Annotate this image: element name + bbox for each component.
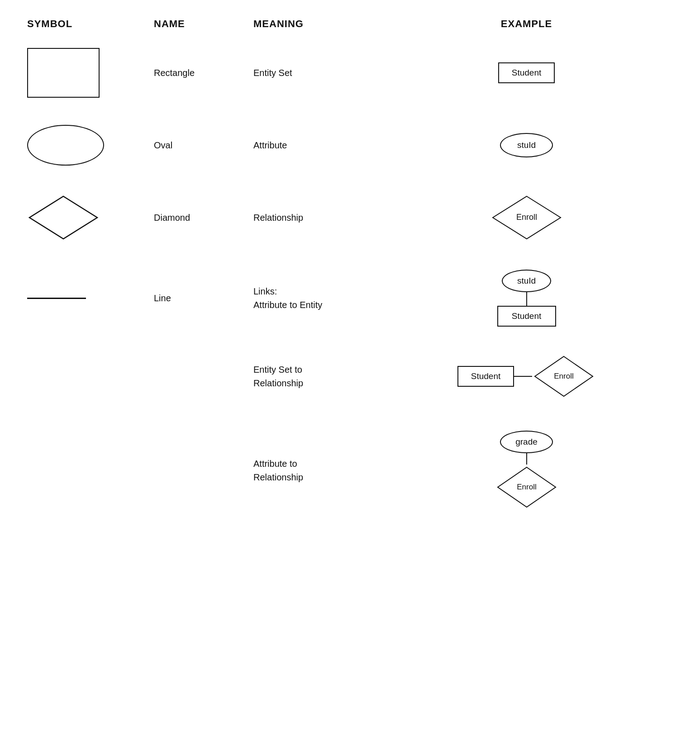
diamond-shape xyxy=(27,193,100,242)
example-line: stuId Student xyxy=(380,270,673,327)
example-rect-label: Student xyxy=(512,68,542,78)
header-symbol: SYMBOL xyxy=(27,18,154,30)
header-meaning: MEANING xyxy=(253,18,380,30)
meaning-attr-rel-line1: Attribute to xyxy=(253,459,297,469)
table-header: SYMBOL NAME MEANING EXAMPLE xyxy=(27,18,673,34)
meaning-entity-rel: Entity Set to Relationship xyxy=(253,363,380,390)
meaning-line: Links: Attribute to Entity xyxy=(253,285,380,312)
meaning-oval: Attribute xyxy=(253,140,380,151)
line-shape xyxy=(27,298,86,299)
line-ex-oval: stuId xyxy=(502,270,551,292)
header-name: NAME xyxy=(154,18,253,30)
line-ex-bottom-label: Student xyxy=(512,311,542,321)
symbol-rectangle xyxy=(27,48,154,98)
meaning-entity-rel-line1: Entity Set to xyxy=(253,365,302,375)
row-attr-rel: Attribute to Relationship grade Enroll xyxy=(27,431,673,510)
example-rect-box: Student xyxy=(498,62,555,83)
example-diamond: Enroll xyxy=(380,193,673,242)
meaning-rectangle: Entity Set xyxy=(253,68,380,78)
attr-rel-top-label: grade xyxy=(515,437,538,447)
meaning-line1: Links: xyxy=(253,286,277,296)
entity-rel-diagram: Student Enroll xyxy=(457,354,596,399)
entity-rel-connector xyxy=(514,376,532,377)
line-ex-rect: Student xyxy=(497,306,556,327)
rectangle-shape xyxy=(27,48,100,98)
symbol-diamond xyxy=(27,193,154,242)
row-entity-set-rel: Entity Set to Relationship Student Enrol… xyxy=(27,354,673,399)
row-oval: Oval Attribute stuId xyxy=(27,125,673,166)
oval-shape xyxy=(27,125,104,166)
meaning-attr-rel: Attribute to Relationship xyxy=(253,457,380,484)
meaning-attr-rel-line2: Relationship xyxy=(253,472,303,482)
attr-rel-diamond: Enroll xyxy=(495,465,558,510)
line-linked-example: stuId Student xyxy=(497,270,556,327)
example-entity-rel: Student Enroll xyxy=(380,354,673,399)
symbol-oval xyxy=(27,125,154,166)
attr-rel-diagram: grade Enroll xyxy=(495,431,558,510)
symbol-line xyxy=(27,298,154,299)
example-oval-label: stuId xyxy=(517,140,536,150)
attr-rel-oval: grade xyxy=(500,431,553,453)
row-rectangle: Rectangle Entity Set Student xyxy=(27,48,673,98)
row-diamond: Diamond Relationship Enroll xyxy=(27,193,673,242)
example-attr-rel: grade Enroll xyxy=(380,431,673,510)
meaning-diamond: Relationship xyxy=(253,213,380,223)
entity-rel-diamond: Enroll xyxy=(532,354,595,399)
example-diamond-shape: Enroll xyxy=(490,193,563,242)
name-diamond: Diamond xyxy=(154,213,253,223)
meaning-entity-rel-line2: Relationship xyxy=(253,378,303,388)
example-oval: stuId xyxy=(380,133,673,157)
name-line: Line xyxy=(154,293,253,304)
name-oval: Oval xyxy=(154,140,253,151)
line-ex-connector xyxy=(526,292,527,306)
attr-rel-connector xyxy=(526,453,527,465)
name-rectangle: Rectangle xyxy=(154,68,253,78)
svg-text:Enroll: Enroll xyxy=(516,213,537,222)
meaning-line2: Attribute to Entity xyxy=(253,300,322,310)
example-rectangle: Student xyxy=(380,62,673,83)
header-example: EXAMPLE xyxy=(380,18,673,30)
svg-text:Enroll: Enroll xyxy=(517,483,536,491)
line-ex-top-label: stuId xyxy=(517,276,536,286)
row-line: Line Links: Attribute to Entity stuId St… xyxy=(27,270,673,327)
example-oval-shape: stuId xyxy=(500,133,553,157)
entity-rel-left-label: Student xyxy=(471,371,501,381)
svg-text:Enroll: Enroll xyxy=(554,372,574,380)
entity-rel-rect: Student xyxy=(457,366,514,387)
svg-marker-0 xyxy=(29,196,97,239)
